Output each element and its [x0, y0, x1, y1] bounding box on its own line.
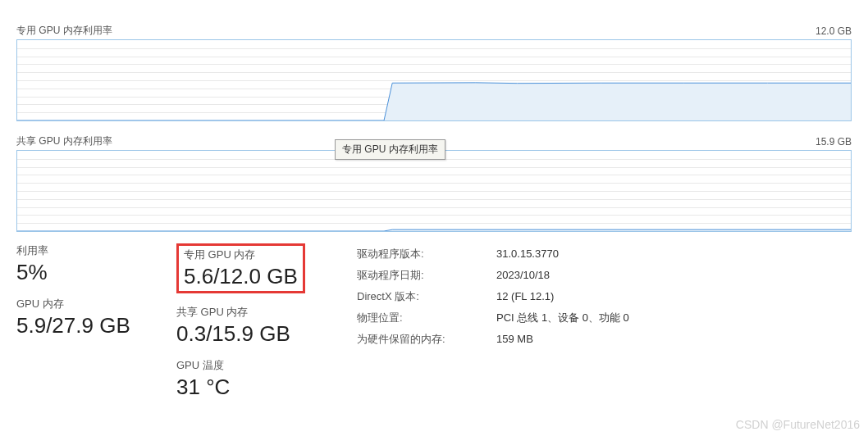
detail-label: 驱动程序日期:	[357, 265, 496, 286]
chart-max-dedicated: 12.0 GB	[815, 25, 852, 37]
stat-label: 专用 GPU 内存	[184, 248, 298, 262]
watermark: CSDN @FutureNet2016	[736, 418, 860, 431]
stat-gpu-temp: GPU 温度 31 °C	[176, 358, 309, 400]
stat-value: 0.3/15.9 GB	[176, 321, 309, 347]
chart-max-shared: 15.9 GB	[815, 136, 852, 148]
detail-row-reserved: 为硬件保留的内存: 159 MB	[357, 329, 629, 350]
stat-value: 31 °C	[176, 375, 309, 400]
detail-row-driver-date: 驱动程序日期: 2023/10/18	[357, 265, 629, 286]
detail-label: 为硬件保留的内存:	[357, 329, 496, 350]
stat-value: 5.9/27.9 GB	[16, 313, 153, 338]
shared-gpu-memory-chart: 共享 GPU 内存利用率 15.9 GB 专用 GPU 内存利用率	[16, 131, 852, 232]
stat-value: 5%	[16, 260, 153, 285]
detail-value: PCI 总线 1、设备 0、功能 0	[496, 307, 629, 329]
dedicated-gpu-memory-chart: 专用 GPU 内存利用率 12.0 GB	[16, 20, 852, 121]
stat-value: 5.6/12.0 GB	[184, 264, 298, 289]
detail-value: 31.0.15.3770	[496, 243, 559, 265]
chart-title-shared: 共享 GPU 内存利用率	[16, 134, 112, 148]
stat-label: 共享 GPU 内存	[176, 305, 309, 320]
highlighted-dedicated-memory: 专用 GPU 内存 5.6/12.0 GB	[176, 243, 305, 293]
stats-area: 利用率 5% GPU 内存 5.9/27.9 GB 专用 GPU 内存 5.6/…	[16, 243, 852, 400]
detail-label: DirectX 版本:	[357, 286, 496, 307]
chart-title-dedicated: 专用 GPU 内存利用率	[16, 24, 112, 38]
detail-row-directx: DirectX 版本: 12 (FL 12.1)	[357, 286, 629, 307]
detail-label: 驱动程序版本:	[357, 243, 496, 265]
details-table: 驱动程序版本: 31.0.15.3770 驱动程序日期: 2023/10/18 …	[357, 243, 629, 400]
stat-gpu-memory: GPU 内存 5.9/27.9 GB	[16, 297, 153, 338]
dedicated-chart-svg	[17, 40, 851, 120]
stat-utilization: 利用率 5%	[16, 243, 153, 285]
detail-label: 物理位置:	[357, 307, 496, 329]
stat-label: 利用率	[16, 243, 153, 258]
detail-row-driver-version: 驱动程序版本: 31.0.15.3770	[357, 243, 629, 265]
detail-value: 159 MB	[496, 329, 533, 350]
detail-row-location: 物理位置: PCI 总线 1、设备 0、功能 0	[357, 307, 629, 329]
chart-tooltip: 专用 GPU 内存利用率	[335, 139, 445, 160]
detail-value: 12 (FL 12.1)	[496, 286, 554, 307]
shared-chart-svg	[17, 151, 851, 231]
stat-label: GPU 内存	[16, 297, 153, 311]
dedicated-chart-area[interactable]	[16, 39, 852, 121]
detail-value: 2023/10/18	[496, 265, 550, 286]
stat-shared-memory: 共享 GPU 内存 0.3/15.9 GB	[176, 305, 309, 347]
shared-chart-area[interactable]: 专用 GPU 内存利用率	[16, 150, 852, 232]
stat-label: GPU 温度	[176, 358, 309, 373]
